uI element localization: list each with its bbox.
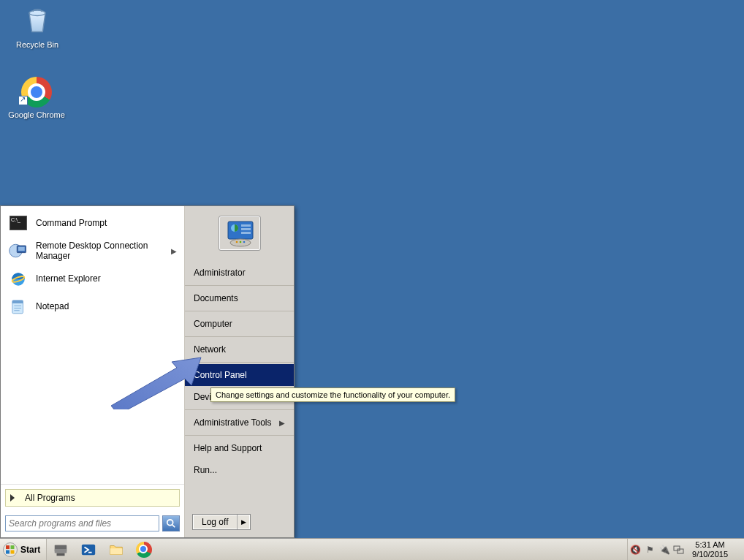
svg-rect-16 [241,228,251,230]
places-item-help-and-support[interactable]: Help and Support [185,437,294,459]
windows-logo-icon [3,542,18,557]
taskbar-item-powershell[interactable] [75,539,102,560]
places-item-network[interactable]: Network [185,338,294,360]
svg-line-12 [172,525,175,528]
svg-rect-17 [241,232,251,234]
quick-launch [47,539,158,560]
places-item-label: Run... [194,465,217,475]
svg-rect-26 [11,550,15,553]
shortcut-overlay-icon [18,96,28,105]
desktop-icon-label: Google Chrome [1,110,72,119]
taskbar-item-chrome[interactable] [130,539,158,560]
places-item-label: Help and Support [194,443,262,453]
pinned-item-label: Command Prompt [36,218,107,228]
places-item-run[interactable]: Run... [185,459,294,481]
places-item-label: Computer [194,319,232,329]
power-icon[interactable]: 🔌 [657,539,672,560]
all-programs-button[interactable]: All Programs [5,489,180,507]
logoff-label: Log off [193,515,237,529]
places-item-label: Control Panel [194,370,247,380]
svg-point-19 [235,241,238,243]
system-tray: 🔇 ⚑ 🔌 5:31 AM 9/10/2015 [627,539,744,560]
desktop-icon-label: Recycle Bin [9,40,66,49]
places-item-computer[interactable]: Computer [185,313,294,335]
taskbar: Start 🔇 ⚑ 🔌 5:31 AM 9/10/2015 [0,538,744,560]
pinned-item-label: Remote Desktop Connection Manager [36,241,164,262]
svg-point-11 [167,520,173,526]
volume-muted-icon[interactable]: 🔇 [628,539,642,560]
svg-point-22 [4,542,18,556]
user-picture[interactable] [219,216,261,251]
svg-rect-7 [12,300,23,303]
taskbar-item-explorer[interactable] [102,539,130,560]
svg-rect-15 [241,224,251,227]
pinned-item-internet-explorer[interactable]: Internet Explorer [1,265,184,292]
rdc-manager-icon [8,241,29,261]
action-center-flag-icon[interactable]: ⚑ [642,539,657,560]
submenu-arrow-icon: ▶ [171,247,177,255]
start-button[interactable]: Start [0,539,47,560]
desktop-icon-recycle-bin[interactable]: Recycle Bin [9,4,66,49]
logoff-options-dropdown[interactable]: ▶ [237,515,250,529]
notepad-icon [8,296,29,317]
places-item-documents[interactable]: Documents [185,287,294,309]
start-menu: Command Prompt Remote Desktop Connection… [0,205,295,538]
search-input[interactable] [5,515,159,531]
desktop-icon-google-chrome[interactable]: Google Chrome [1,77,72,119]
triangle-right-icon [10,494,15,502]
svg-rect-3 [18,247,25,251]
places-item-administrative-tools[interactable]: Administrative Tools▶ [185,412,294,434]
pinned-item-notepad[interactable]: Notepad [1,292,184,320]
internet-explorer-icon [8,268,29,289]
powershell-icon [80,542,96,558]
pinned-item-rdc-manager[interactable]: Remote Desktop Connection Manager ▶ [1,237,184,265]
svg-rect-28 [55,549,67,553]
places-item-label: Administrative Tools [194,417,272,428]
places-item-control-panel[interactable]: Control Panel [185,364,294,386]
all-programs-label: All Programs [25,493,75,503]
svg-rect-24 [11,545,15,549]
folder-icon [108,542,124,558]
clock-time: 5:31 AM [692,540,728,550]
svg-rect-23 [6,545,10,549]
svg-rect-33 [677,549,683,553]
svg-point-20 [239,241,241,243]
places-item-administrator[interactable]: Administrator [185,262,294,284]
places-item-label: Network [194,344,226,355]
chrome-icon [136,542,152,558]
pinned-programs-list: Command Prompt Remote Desktop Connection… [1,206,184,484]
taskbar-item-server-manager[interactable] [47,539,75,560]
svg-rect-31 [110,548,123,554]
svg-point-21 [243,241,245,243]
places-item-label: Devi [194,392,211,402]
svg-rect-25 [6,550,10,553]
start-menu-right-pane: Administrator Documents Computer Network… [185,206,294,537]
places-item-label: Documents [194,293,238,303]
places-list: Administrator Documents Computer Network… [185,260,294,508]
network-icon[interactable] [672,539,686,560]
search-icon [166,518,176,529]
svg-point-0 [29,10,45,15]
clock-date: 9/10/2015 [692,550,728,559]
pinned-item-command-prompt[interactable]: Command Prompt [1,209,184,237]
submenu-arrow-icon: ▶ [279,419,285,427]
pinned-item-label: Internet Explorer [36,273,101,284]
svg-rect-32 [674,546,680,550]
pinned-item-label: Notepad [36,301,69,311]
search-button[interactable] [162,515,180,531]
control-panel-icon [222,219,257,248]
server-manager-icon [53,542,69,558]
command-prompt-icon [8,213,29,233]
recycle-bin-icon [20,4,55,39]
start-menu-left-pane: Command Prompt Remote Desktop Connection… [1,206,185,537]
taskbar-clock[interactable]: 5:31 AM 9/10/2015 [686,540,734,559]
tooltip-control-panel: Change settings and customize the functi… [210,387,455,402]
places-item-label: Administrator [194,268,246,278]
svg-rect-29 [57,553,65,556]
start-button-label: Start [20,545,40,555]
logoff-button[interactable]: Log off ▶ [192,514,251,530]
